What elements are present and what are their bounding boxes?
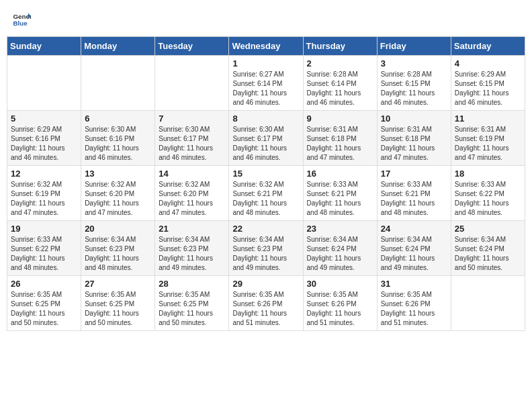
day-number: 9: [307, 113, 373, 124]
day-info: Sunrise: 6:33 AMSunset: 6:21 PMDaylight:…: [381, 180, 447, 218]
calendar-cell: [451, 276, 525, 331]
day-number: 5: [11, 113, 77, 124]
day-info: Sunrise: 6:34 AMSunset: 6:23 PMDaylight:…: [232, 235, 299, 273]
weekday-header-row: SundayMondayTuesdayWednesdayThursdayFrid…: [7, 37, 525, 56]
calendar-cell: 1Sunrise: 6:27 AMSunset: 6:14 PMDaylight…: [229, 56, 303, 111]
weekday-header-saturday: Saturday: [451, 37, 525, 56]
day-info: Sunrise: 6:35 AMSunset: 6:26 PMDaylight:…: [381, 290, 447, 328]
calendar-week-1: 1Sunrise: 6:27 AMSunset: 6:14 PMDaylight…: [7, 56, 525, 111]
calendar-week-5: 26Sunrise: 6:35 AMSunset: 6:25 PMDayligh…: [7, 276, 525, 331]
weekday-header-thursday: Thursday: [303, 37, 377, 56]
day-info: Sunrise: 6:34 AMSunset: 6:23 PMDaylight:…: [85, 235, 151, 273]
weekday-header-wednesday: Wednesday: [229, 37, 303, 56]
calendar-body: 1Sunrise: 6:27 AMSunset: 6:14 PMDaylight…: [7, 56, 525, 331]
day-number: 13: [85, 169, 151, 179]
calendar-cell: 26Sunrise: 6:35 AMSunset: 6:25 PMDayligh…: [7, 276, 81, 331]
calendar-cell: 22Sunrise: 6:34 AMSunset: 6:23 PMDayligh…: [229, 221, 303, 276]
calendar-table: SundayMondayTuesdayWednesdayThursdayFrid…: [7, 36, 525, 331]
day-info: Sunrise: 6:34 AMSunset: 6:24 PMDaylight:…: [381, 235, 447, 273]
day-number: 26: [11, 279, 77, 289]
day-number: 16: [307, 169, 373, 179]
calendar-cell: 5Sunrise: 6:29 AMSunset: 6:16 PMDaylight…: [7, 111, 81, 166]
calendar-cell: 31Sunrise: 6:35 AMSunset: 6:26 PMDayligh…: [377, 276, 451, 331]
day-info: Sunrise: 6:30 AMSunset: 6:17 PMDaylight:…: [232, 125, 299, 163]
day-number: 7: [159, 113, 225, 124]
svg-text:Blue: Blue: [13, 19, 28, 27]
day-number: 27: [85, 279, 151, 289]
weekday-header-friday: Friday: [377, 37, 451, 56]
day-number: 21: [159, 224, 225, 234]
day-number: 14: [159, 169, 225, 179]
day-info: Sunrise: 6:27 AMSunset: 6:14 PMDaylight:…: [232, 70, 299, 107]
calendar-cell: 8Sunrise: 6:30 AMSunset: 6:17 PMDaylight…: [229, 111, 303, 166]
day-number: 12: [11, 169, 77, 179]
calendar-cell: [81, 56, 155, 111]
calendar-cell: [7, 56, 81, 111]
weekday-header-monday: Monday: [81, 37, 155, 56]
day-info: Sunrise: 6:33 AMSunset: 6:21 PMDaylight:…: [307, 180, 373, 218]
day-number: 6: [85, 113, 151, 124]
day-number: 24: [381, 224, 447, 234]
calendar-week-3: 12Sunrise: 6:32 AMSunset: 6:19 PMDayligh…: [7, 166, 525, 221]
calendar-cell: 28Sunrise: 6:35 AMSunset: 6:25 PMDayligh…: [155, 276, 229, 331]
day-info: Sunrise: 6:31 AMSunset: 6:18 PMDaylight:…: [307, 125, 373, 163]
calendar-cell: 15Sunrise: 6:32 AMSunset: 6:21 PMDayligh…: [229, 166, 303, 221]
calendar-cell: 12Sunrise: 6:32 AMSunset: 6:19 PMDayligh…: [7, 166, 81, 221]
calendar-cell: 6Sunrise: 6:30 AMSunset: 6:16 PMDaylight…: [81, 111, 155, 166]
day-number: 17: [381, 169, 447, 179]
day-number: 8: [232, 113, 299, 124]
calendar-cell: 17Sunrise: 6:33 AMSunset: 6:21 PMDayligh…: [377, 166, 451, 221]
day-info: Sunrise: 6:31 AMSunset: 6:19 PMDaylight:…: [455, 125, 521, 163]
calendar-cell: 3Sunrise: 6:28 AMSunset: 6:15 PMDaylight…: [377, 56, 451, 111]
calendar-cell: 9Sunrise: 6:31 AMSunset: 6:18 PMDaylight…: [303, 111, 377, 166]
day-info: Sunrise: 6:28 AMSunset: 6:14 PMDaylight:…: [307, 70, 373, 107]
day-number: 1: [232, 58, 299, 68]
day-info: Sunrise: 6:35 AMSunset: 6:25 PMDaylight:…: [11, 290, 77, 328]
calendar-cell: 30Sunrise: 6:35 AMSunset: 6:26 PMDayligh…: [303, 276, 377, 331]
day-number: 28: [159, 279, 225, 289]
calendar-cell: 2Sunrise: 6:28 AMSunset: 6:14 PMDaylight…: [303, 56, 377, 111]
calendar-cell: 7Sunrise: 6:30 AMSunset: 6:17 PMDaylight…: [155, 111, 229, 166]
logo: General Blue: [12, 9, 32, 28]
day-info: Sunrise: 6:30 AMSunset: 6:17 PMDaylight:…: [159, 125, 225, 163]
day-info: Sunrise: 6:33 AMSunset: 6:22 PMDaylight:…: [455, 180, 521, 218]
day-info: Sunrise: 6:35 AMSunset: 6:25 PMDaylight:…: [159, 290, 225, 328]
day-info: Sunrise: 6:28 AMSunset: 6:15 PMDaylight:…: [381, 70, 447, 107]
calendar-header: SundayMondayTuesdayWednesdayThursdayFrid…: [7, 37, 525, 56]
day-number: 10: [381, 113, 447, 124]
calendar-cell: 4Sunrise: 6:29 AMSunset: 6:15 PMDaylight…: [451, 56, 525, 111]
calendar-cell: 18Sunrise: 6:33 AMSunset: 6:22 PMDayligh…: [451, 166, 525, 221]
day-number: 30: [307, 279, 373, 289]
weekday-header-sunday: Sunday: [7, 37, 81, 56]
calendar-cell: 19Sunrise: 6:33 AMSunset: 6:22 PMDayligh…: [7, 221, 81, 276]
day-number: 25: [455, 224, 521, 234]
calendar-cell: 21Sunrise: 6:34 AMSunset: 6:23 PMDayligh…: [155, 221, 229, 276]
calendar-cell: 16Sunrise: 6:33 AMSunset: 6:21 PMDayligh…: [303, 166, 377, 221]
calendar-cell: 27Sunrise: 6:35 AMSunset: 6:25 PMDayligh…: [81, 276, 155, 331]
day-info: Sunrise: 6:31 AMSunset: 6:18 PMDaylight:…: [381, 125, 447, 163]
day-info: Sunrise: 6:34 AMSunset: 6:23 PMDaylight:…: [159, 235, 225, 273]
day-number: 11: [455, 113, 521, 124]
day-number: 15: [232, 169, 299, 179]
day-info: Sunrise: 6:33 AMSunset: 6:22 PMDaylight:…: [11, 235, 77, 273]
day-info: Sunrise: 6:35 AMSunset: 6:26 PMDaylight:…: [232, 290, 299, 328]
day-info: Sunrise: 6:32 AMSunset: 6:21 PMDaylight:…: [232, 180, 299, 218]
day-info: Sunrise: 6:35 AMSunset: 6:25 PMDaylight:…: [85, 290, 151, 328]
day-info: Sunrise: 6:34 AMSunset: 6:24 PMDaylight:…: [455, 235, 521, 273]
calendar-week-2: 5Sunrise: 6:29 AMSunset: 6:16 PMDaylight…: [7, 111, 525, 166]
calendar-cell: 11Sunrise: 6:31 AMSunset: 6:19 PMDayligh…: [451, 111, 525, 166]
calendar-cell: 10Sunrise: 6:31 AMSunset: 6:18 PMDayligh…: [377, 111, 451, 166]
day-number: 19: [11, 224, 77, 234]
day-info: Sunrise: 6:34 AMSunset: 6:24 PMDaylight:…: [307, 235, 373, 273]
day-number: 18: [455, 169, 521, 179]
day-info: Sunrise: 6:32 AMSunset: 6:20 PMDaylight:…: [85, 180, 151, 218]
day-number: 31: [381, 279, 447, 289]
day-number: 22: [232, 224, 299, 234]
day-info: Sunrise: 6:32 AMSunset: 6:20 PMDaylight:…: [159, 180, 225, 218]
calendar-cell: [155, 56, 229, 111]
day-info: Sunrise: 6:29 AMSunset: 6:16 PMDaylight:…: [11, 125, 77, 163]
day-number: 29: [232, 279, 299, 289]
calendar-cell: 23Sunrise: 6:34 AMSunset: 6:24 PMDayligh…: [303, 221, 377, 276]
day-info: Sunrise: 6:32 AMSunset: 6:19 PMDaylight:…: [11, 180, 77, 218]
calendar-cell: 20Sunrise: 6:34 AMSunset: 6:23 PMDayligh…: [81, 221, 155, 276]
